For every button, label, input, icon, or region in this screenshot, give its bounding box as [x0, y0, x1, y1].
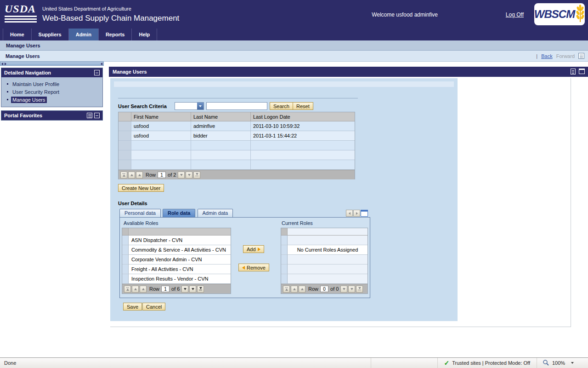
- current-roles-label: Current Roles: [282, 220, 313, 226]
- collapse-panel-icon[interactable]: [94, 70, 100, 75]
- zoom-dropdown-arrow-icon[interactable]: [571, 362, 574, 364]
- tab-reports[interactable]: Reports: [99, 29, 132, 40]
- table-row-empty: [119, 150, 355, 160]
- collapse-left-icon[interactable]: [1, 63, 3, 65]
- row-selector[interactable]: [119, 121, 131, 131]
- collapse-panel-icon[interactable]: [94, 113, 100, 118]
- available-roles-table: ASN Dispatcher - CVN Commodity & Service…: [122, 228, 231, 294]
- pager-row-label: Row: [149, 286, 159, 292]
- pager-last-row-button[interactable]: [197, 286, 204, 293]
- row-selector[interactable]: [119, 131, 131, 141]
- list-item[interactable]: Corporate Vendor Admin - CVN: [122, 255, 231, 264]
- tab-help[interactable]: Help: [132, 29, 157, 40]
- tab-home[interactable]: Home: [3, 29, 32, 40]
- zoom-icon: [543, 359, 549, 367]
- sidebar-item-maintain-user-profile[interactable]: Maintain User Profile: [3, 80, 101, 88]
- back-link[interactable]: Back: [541, 53, 552, 59]
- pager-previous-page-button[interactable]: [128, 172, 135, 178]
- pager-next-row-button[interactable]: [181, 286, 188, 293]
- tab-admin[interactable]: Admin: [69, 29, 99, 40]
- content-title-bar: Manage Users: [109, 67, 588, 77]
- sidebar-item-manage-users[interactable]: Manage Users: [3, 96, 101, 104]
- pager-previous-row-button[interactable]: [136, 172, 143, 178]
- save-button[interactable]: Save: [123, 303, 142, 310]
- table-row[interactable]: usfood adminfive 2011-03-10 10:59:32: [119, 121, 355, 131]
- expand-right-icon[interactable]: [5, 63, 6, 65]
- pager-last-row-button[interactable]: [356, 286, 363, 293]
- users-table: First Name Last Name Last Logon Date usf…: [118, 112, 355, 179]
- pager-row-input[interactable]: [158, 172, 166, 178]
- pager-previous-row-button[interactable]: [140, 286, 147, 293]
- pager-previous-page-button[interactable]: [132, 286, 139, 293]
- tab-detach-window-icon[interactable]: [361, 210, 368, 217]
- remove-role-button[interactable]: Remove: [238, 264, 269, 271]
- row-selector[interactable]: [122, 236, 129, 245]
- portal-favorites-title: Portal Favorites: [4, 113, 42, 118]
- log-off-link[interactable]: Log Off: [506, 12, 524, 18]
- forward-link[interactable]: Forward: [556, 53, 575, 59]
- zoom-control[interactable]: 100%: [537, 358, 588, 368]
- sidebar-resize-bar[interactable]: [0, 62, 104, 66]
- pager-next-page-button[interactable]: [189, 286, 196, 293]
- user-details-tabstrip: Personal data Role data Admin data: [119, 209, 233, 217]
- pager-next-page-button[interactable]: [348, 286, 355, 293]
- tab-suppliers[interactable]: Suppliers: [32, 29, 69, 40]
- pager-row-input[interactable]: [161, 286, 170, 292]
- tab-scroll-right-button[interactable]: [353, 210, 360, 217]
- pager-first-row-button[interactable]: [120, 172, 127, 178]
- detailed-navigation-title: Detailed Navigation: [4, 70, 51, 75]
- application-title: Web-Based Supply Chain Management: [42, 14, 179, 23]
- available-roles-pager: Row of 6: [122, 284, 231, 293]
- sidebar-item-user-security-report[interactable]: User Security Report: [3, 88, 101, 96]
- search-button[interactable]: Search: [270, 102, 293, 110]
- table-row[interactable]: usfood bidder 2011-03-1 15:44:22: [119, 131, 355, 141]
- page-menu-icon[interactable]: [571, 69, 576, 75]
- pager-next-page-button[interactable]: [186, 172, 192, 178]
- available-roles-label: Avaliable Roles: [124, 220, 158, 226]
- pager-next-row-button[interactable]: [178, 172, 185, 178]
- current-roles-pager: Row of 0: [281, 284, 368, 293]
- pager-last-row-button[interactable]: [193, 172, 200, 178]
- page-options-icon[interactable]: [578, 53, 584, 59]
- wheat-icon: [576, 5, 585, 24]
- tab-admin-data[interactable]: Admin data: [198, 209, 233, 217]
- tab-scroll-left-button[interactable]: [346, 210, 353, 217]
- pager-of-label: of 2: [168, 172, 176, 178]
- row-selector[interactable]: [122, 264, 129, 274]
- chevron-down-icon[interactable]: [197, 103, 204, 109]
- pager-next-row-button[interactable]: [340, 286, 347, 293]
- pager-previous-page-button[interactable]: [291, 286, 298, 293]
- add-role-button[interactable]: Add: [243, 245, 264, 253]
- bullet-icon: [7, 99, 8, 100]
- pager-row-input[interactable]: [320, 286, 328, 292]
- list-item[interactable]: Commodity & Service - All Activities - C…: [122, 245, 231, 255]
- search-criteria-dropdown[interactable]: [175, 102, 204, 110]
- tab-role-data[interactable]: Role data: [163, 209, 196, 217]
- users-table-header: First Name Last Name Last Logon Date: [119, 112, 355, 121]
- search-value-input[interactable]: [206, 102, 267, 110]
- current-roles-table: No Current Roles Assigned Row of 0: [281, 228, 368, 294]
- row-selector[interactable]: [122, 255, 129, 264]
- pager-previous-row-button[interactable]: [299, 286, 305, 293]
- cancel-button[interactable]: Cancel: [142, 303, 165, 310]
- manage-users-panel: User Search Criteria Search Reset First …: [110, 78, 458, 321]
- row-selector[interactable]: [122, 274, 129, 284]
- pager-of-label: of 6: [171, 286, 180, 292]
- application-window: USDA United States Department of Agricul…: [0, 0, 588, 368]
- list-item[interactable]: Freight - All Activities - CVN: [122, 264, 231, 274]
- create-new-user-button[interactable]: Create New User: [118, 184, 164, 192]
- tab-personal-data[interactable]: Personal data: [119, 209, 161, 217]
- collapse-tray-icon[interactable]: [101, 63, 102, 65]
- table-row-empty: [281, 274, 368, 284]
- maximize-icon[interactable]: [579, 69, 585, 74]
- workspace: User Search Criteria Search Reset First …: [110, 78, 571, 327]
- panel-header-band: [114, 81, 454, 87]
- row-selector[interactable]: [122, 245, 129, 255]
- reset-button[interactable]: Reset: [293, 102, 313, 110]
- panel-menu-icon[interactable]: [87, 113, 92, 118]
- list-item[interactable]: Inspection Results - Vendor - CVN: [122, 274, 231, 284]
- pager-first-row-button[interactable]: [283, 286, 290, 293]
- list-item[interactable]: ASN Dispatcher - CVN: [122, 236, 231, 245]
- pager-first-row-button[interactable]: [124, 286, 131, 293]
- page-title: Manage Users: [0, 53, 536, 59]
